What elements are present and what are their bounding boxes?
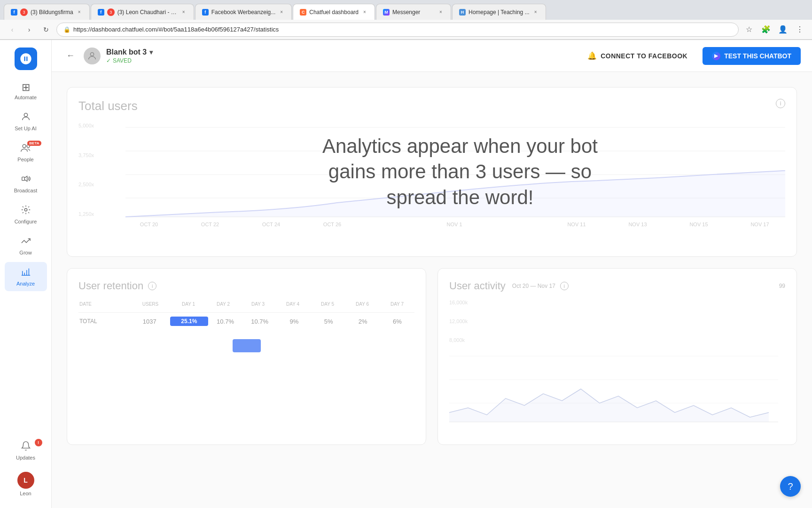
bot-dropdown-icon[interactable]: ▾ — [149, 48, 153, 56]
connect-facebook-button[interactable]: 🔔 CONNECT TO FACEBOOK — [578, 47, 697, 65]
tab-favicon: H — [459, 9, 466, 16]
sidebar-item-user[interactable]: L Leon — [5, 467, 47, 501]
menu-icon[interactable]: ⋮ — [793, 23, 806, 36]
test-chatbot-button[interactable]: ▶ TEST THIS CHATBOT — [703, 47, 801, 65]
retention-day3-cell: 10.7% — [242, 317, 277, 326]
bot-name: Blank bot 3 ▾ — [106, 48, 153, 56]
sidebar-item-label: Configure — [15, 219, 37, 224]
retention-table-row: TOTAL 1037 25.1% 10.7% 10.7% 9% 5% 2% 6% — [78, 312, 414, 330]
sidebar-item-grow[interactable]: Grow — [5, 231, 47, 260]
forward-button[interactable]: › — [23, 23, 36, 36]
total-users-info-icon[interactable]: i — [776, 99, 785, 108]
y-label-5000: 5,000x — [78, 123, 94, 128]
sidebar-item-configure[interactable]: Configure — [5, 200, 47, 229]
tab-favicon: C — [300, 9, 306, 16]
retention-day6-cell: 2% — [346, 317, 380, 326]
user-activity-section: User activity Oct 20 — Nov 17 i 99 16,00… — [437, 268, 797, 445]
retention-col-day1: DAY 1 — [171, 300, 206, 309]
toolbar-right: ☆ 🧩 👤 ⋮ — [742, 23, 806, 36]
activity-y-12k: 12,000k — [449, 318, 785, 324]
svg-text:NOV 13: NOV 13 — [628, 222, 647, 227]
tab-leon-chaudhari[interactable]: f 3 (3) Leon Chaudhari - St... × — [91, 4, 194, 20]
back-button[interactable]: ‹ — [6, 23, 19, 36]
lock-icon: 🔒 — [63, 26, 70, 33]
activity-y-16k: 16,000k — [449, 300, 785, 305]
tab-title: (3) Leon Chaudhari - St... — [117, 9, 178, 16]
help-icon: ? — [788, 481, 793, 492]
configure-icon — [21, 205, 31, 217]
tab-title: Messenger — [392, 9, 435, 16]
sidebar-item-label: Updates — [16, 455, 35, 460]
svg-text:NOV 11: NOV 11 — [567, 222, 586, 227]
retention-day7-cell: 6% — [380, 317, 414, 326]
retention-col-day6: DAY 6 — [345, 300, 380, 309]
tab-homepage-teaching[interactable]: H Homepage | Teaching ... × — [452, 4, 546, 20]
sidebar: ⊞ Automate Set Up AI BETA — [0, 40, 52, 508]
tab-notification-badge: 3 — [20, 8, 28, 16]
tab-close-button[interactable]: × — [437, 9, 444, 16]
user-retention-section: User retention i DATE USERS DAY 1 DAY 2 … — [67, 268, 426, 445]
user-avatar: L — [17, 472, 34, 489]
tab-close-button[interactable]: × — [278, 9, 285, 16]
svg-text:OCT 22: OCT 22 — [201, 222, 219, 227]
retention-day2-cell: 10.7% — [208, 317, 242, 326]
user-activity-title: User activity Oct 20 — Nov 17 i 99 — [449, 280, 785, 292]
retention-table: DATE USERS DAY 1 DAY 2 DAY 3 DAY 4 DAY 5… — [78, 300, 414, 330]
bottom-sections: User retention i DATE USERS DAY 1 DAY 2 … — [67, 268, 797, 445]
tab-title: (3) Bildungsfirma — [31, 9, 73, 16]
sidebar-item-updates[interactable]: ! Updates — [5, 436, 47, 465]
sidebar-item-label: People — [17, 157, 33, 162]
y-label-1250: 1,250x — [78, 211, 94, 217]
sidebar-item-label: Analyze — [16, 281, 35, 286]
extensions-icon[interactable]: 🧩 — [759, 23, 773, 36]
tab-close-button[interactable]: × — [361, 9, 368, 16]
user-retention-title: User retention i — [78, 280, 414, 292]
tab-bildungsfirma[interactable]: f 3 (3) Bildungsfirma × — [4, 4, 90, 20]
svg-text:NOV 17: NOV 17 — [750, 222, 769, 227]
retention-col-date: DATE — [78, 300, 130, 309]
user-activity-date-range: Oct 20 — Nov 17 — [512, 283, 555, 289]
check-icon: ✓ — [106, 57, 111, 64]
chatfuel-logo[interactable] — [15, 48, 37, 70]
bot-saved-status: ✓ SAVED — [106, 57, 153, 64]
sidebar-item-people[interactable]: BETA People — [5, 138, 47, 167]
refresh-button[interactable]: ↻ — [39, 23, 53, 36]
url-bar[interactable]: 🔒 https://dashboard.chatfuel.com/#/bot/5… — [56, 23, 739, 37]
tab-close-button[interactable]: × — [532, 9, 539, 16]
retention-col-day5: DAY 5 — [310, 300, 345, 309]
back-button[interactable]: ← — [63, 48, 78, 64]
user-activity-svg — [449, 347, 785, 431]
retention-users-cell: 1037 — [129, 317, 170, 326]
retention-col-day4: DAY 4 — [275, 300, 310, 309]
user-activity-info-icon[interactable]: i — [560, 282, 569, 290]
tab-chatfuel[interactable]: C Chatfuel dashboard × — [293, 4, 375, 20]
svg-text:OCT 26: OCT 26 — [323, 222, 341, 227]
sidebar-item-analyze[interactable]: Analyze — [5, 262, 47, 291]
sidebar-item-broadcast[interactable]: Broadcast — [5, 169, 47, 198]
total-users-section: Total users i 5,000x 3,750x 2,500x 1,250… — [67, 87, 797, 257]
bookmark-icon[interactable]: ☆ — [742, 23, 756, 36]
tab-close-button[interactable]: × — [76, 9, 83, 16]
sidebar-item-setup-ai[interactable]: Set Up AI — [5, 107, 47, 136]
svg-rect-3 — [22, 177, 24, 180]
analytics-message-text: Analytics appear when your bot gains mor… — [319, 134, 601, 211]
tab-facebook-ads[interactable]: f Facebook Werbeanzeig... × — [195, 4, 292, 20]
retention-col-day3: DAY 3 — [241, 300, 275, 309]
messenger-icon: ▶ — [712, 52, 720, 60]
svg-point-10 — [90, 52, 94, 56]
svg-point-4 — [24, 208, 27, 211]
sidebar-item-label: Set Up AI — [15, 126, 36, 131]
tab-messenger[interactable]: M Messenger × — [376, 4, 451, 20]
sidebar-item-label: Automate — [15, 95, 37, 100]
user-icon[interactable]: 👤 — [776, 23, 789, 36]
broadcast-icon — [21, 174, 31, 186]
sidebar-item-label: Grow — [19, 250, 31, 255]
y-label-3750: 3,750x — [78, 152, 94, 158]
analyze-icon — [21, 267, 31, 279]
tab-close-button[interactable]: × — [180, 9, 187, 16]
user-retention-info-icon[interactable]: i — [148, 282, 156, 290]
tab-notification-badge: 3 — [107, 8, 115, 16]
help-button[interactable]: ? — [780, 476, 801, 497]
main-content: Total users i 5,000x 3,750x 2,500x 1,250… — [52, 72, 812, 508]
sidebar-item-automate[interactable]: ⊞ Automate — [5, 78, 47, 105]
